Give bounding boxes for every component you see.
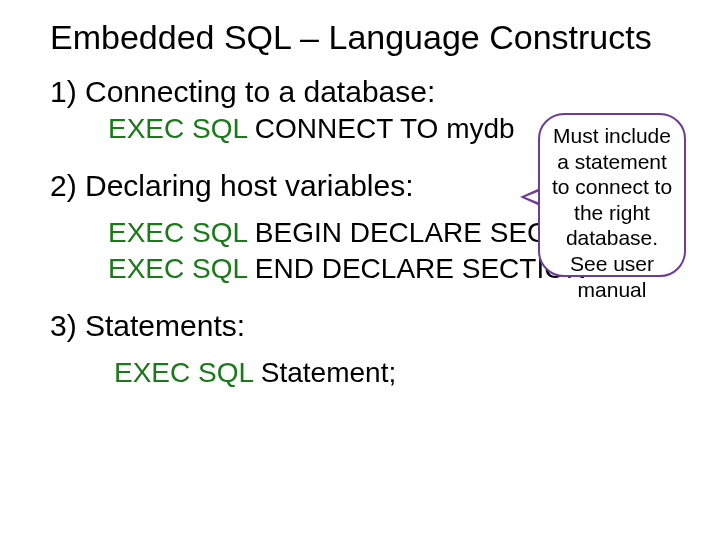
slide-title: Embedded SQL – Language Constructs: [50, 18, 680, 57]
code-text: Statement;: [253, 357, 396, 388]
code-text: END DECLARE SECTION: [247, 253, 586, 284]
keyword: EXEC SQL: [114, 357, 253, 388]
keyword: EXEC SQL: [108, 217, 247, 248]
callout-pointer-icon: [520, 188, 540, 206]
code-text: CONNECT TO mydb: [247, 113, 515, 144]
callout-box: Must include a statement to connect to t…: [538, 113, 686, 277]
keyword: EXEC SQL: [108, 253, 247, 284]
section-1-heading: 1) Connecting to a database:: [50, 75, 680, 109]
slide: Embedded SQL – Language Constructs 1) Co…: [0, 0, 720, 540]
callout-text: Must include a statement to connect to t…: [552, 124, 672, 301]
keyword: EXEC SQL: [108, 113, 247, 144]
section-3-heading: 3) Statements:: [50, 309, 680, 343]
section-3-code: EXEC SQL Statement;: [114, 357, 680, 389]
